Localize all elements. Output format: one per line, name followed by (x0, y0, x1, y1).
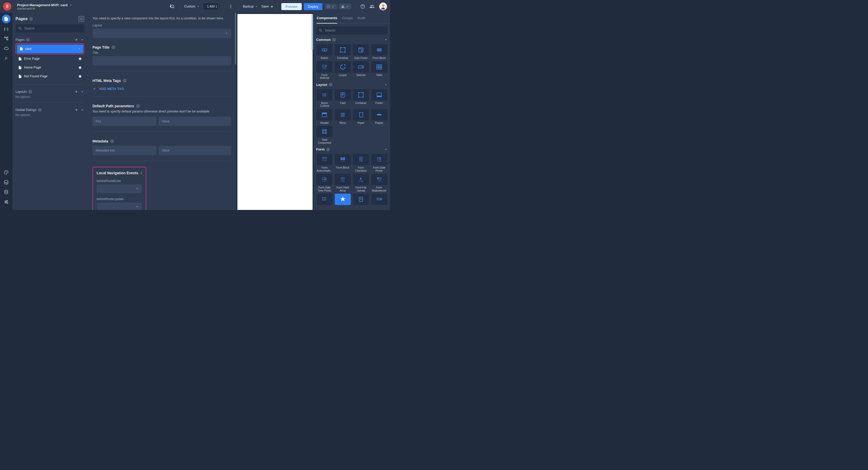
status-badge-1[interactable] (324, 4, 337, 9)
comp-looper[interactable]: Looper (335, 61, 351, 80)
app-logo[interactable]: 8 (3, 2, 11, 10)
pages-search-input[interactable]: Search (16, 24, 84, 33)
comp-async[interactable]: Async Content (316, 89, 333, 108)
page-item-notfound[interactable]: Not Found Page (16, 72, 84, 81)
help-icon[interactable] (359, 3, 366, 10)
help-icon[interactable]: ? (28, 90, 32, 94)
before-enter-select[interactable] (97, 184, 142, 193)
help-icon[interactable]: ? (112, 46, 115, 49)
svg-text:FORM: FORM (322, 160, 327, 161)
layout-select[interactable] (92, 29, 231, 38)
comp-card[interactable]: Card (335, 89, 351, 108)
project-title[interactable]: Project-Management-MVP: card (17, 3, 72, 7)
comp-formcheck[interactable]: FORMForm Checkbox (352, 154, 369, 172)
rail-state[interactable]: {··} (2, 24, 10, 33)
collapse-icon[interactable] (80, 90, 84, 94)
page-item-card[interactable]: card (17, 45, 83, 53)
tab-groups[interactable]: Groups (342, 13, 353, 24)
layout-section[interactable]: Layout? (316, 83, 388, 87)
comp-datepicker[interactable]: Date Picker (352, 44, 369, 60)
save-status-dot (271, 6, 273, 7)
comp-extra-4[interactable] (371, 194, 388, 205)
rail-pages[interactable] (2, 14, 10, 23)
help-icon[interactable]: ? (136, 104, 140, 108)
rail-functions[interactable]: fx (2, 54, 10, 63)
add-meta-button[interactable]: ADD META TAG (92, 87, 231, 91)
help-icon[interactable]: ? (29, 17, 33, 21)
comp-formfile[interactable]: FORMForm File Upload (352, 174, 369, 192)
add-layout-icon[interactable] (74, 90, 78, 94)
people-icon[interactable] (368, 3, 376, 10)
save-button[interactable]: Save (261, 5, 273, 8)
path-key-input[interactable]: Key (92, 117, 157, 126)
layers-toggle[interactable] (79, 16, 84, 22)
visibility-off-icon[interactable] (168, 3, 176, 10)
canvas-scrollbar[interactable] (312, 14, 313, 50)
project-path: /cards/card/:id (17, 7, 72, 10)
add-page-icon[interactable] (74, 38, 78, 41)
help-icon[interactable]: ? (110, 139, 114, 143)
comp-table[interactable]: Table (371, 61, 388, 80)
collapse-icon[interactable] (80, 38, 84, 41)
comp-formdate[interactable]: FORMForm Date Picker (371, 154, 388, 172)
help-icon[interactable]: ? (38, 108, 41, 112)
preview-button[interactable]: Preview (281, 3, 302, 10)
comp-paper[interactable]: Paper (352, 109, 369, 125)
comp-formselector[interactable]: FORMForm Selector (316, 61, 333, 80)
path-value-input[interactable]: Value (159, 117, 231, 126)
status-badge-2[interactable] (339, 4, 351, 9)
form-section[interactable]: Form? (316, 147, 388, 151)
backup-button[interactable]: Backup (243, 5, 258, 8)
metadata-key-input[interactable]: Metadata key (92, 146, 157, 155)
comp-popper[interactable]: Popper (371, 109, 388, 125)
comp-extra-2[interactable] (335, 194, 351, 205)
comp-extra-3[interactable] (352, 194, 369, 205)
collapse-icon[interactable] (80, 108, 84, 112)
comp-formarr[interactable]: FORMForm Field Array (335, 174, 351, 192)
page-item-error[interactable]: Error Page (16, 54, 84, 63)
canvas-preview[interactable] (238, 14, 313, 210)
gear-icon[interactable] (78, 66, 82, 69)
gear-icon[interactable] (78, 75, 82, 78)
comp-extra-1[interactable] (316, 194, 333, 205)
help-icon[interactable]: ? (26, 38, 30, 41)
comp-formauto[interactable]: FORMForm Autocomple... (316, 154, 333, 172)
add-dialog-icon[interactable] (74, 108, 78, 112)
deploy-button[interactable]: Deploy (304, 3, 322, 10)
user-avatar[interactable] (379, 3, 387, 10)
page-item-home[interactable]: Home Page (16, 63, 84, 72)
comp-formdt[interactable]: FORMForm Date Time Picker (316, 174, 333, 192)
components-search-input[interactable]: Search (316, 26, 388, 35)
comp-header[interactable]: Header (316, 109, 333, 125)
comp-container[interactable]: Container (335, 44, 351, 60)
comp-formblock[interactable]: FORMForm Block (371, 44, 388, 60)
canvas-area[interactable] (237, 13, 314, 210)
rail-data[interactable] (2, 188, 10, 197)
rail-assets[interactable] (2, 178, 10, 187)
rail-cloud[interactable] (2, 44, 10, 53)
comp-selector[interactable]: Selector (352, 61, 369, 80)
comp-button[interactable]: Button (316, 44, 333, 60)
viewport-width-input[interactable]: 1,400 ▲▼ (203, 3, 219, 10)
rail-theme[interactable] (2, 168, 10, 177)
rail-settings[interactable] (2, 198, 10, 206)
title-input[interactable] (92, 56, 231, 65)
comp-footer[interactable]: Footer (371, 89, 388, 108)
tab-audit[interactable]: Audit (358, 13, 365, 24)
comp-formblock2[interactable]: FORMForm Block (335, 154, 351, 172)
help-icon[interactable]: ? (141, 171, 142, 175)
gear-icon[interactable] (78, 57, 82, 61)
comp-viewcomp[interactable]: View Component (316, 126, 333, 144)
metadata-value-input[interactable]: Value (159, 146, 231, 155)
comp-formmulti[interactable]: FORMForm Multiselector (371, 174, 388, 192)
svg-point-62 (322, 197, 323, 198)
more-vert-icon[interactable] (227, 3, 234, 10)
rail-tree[interactable] (2, 34, 10, 43)
comp-container2[interactable]: Container (352, 89, 369, 108)
tab-components[interactable]: Components (317, 13, 337, 24)
common-section[interactable]: Common? (316, 38, 388, 41)
viewport-mode-select[interactable]: Custom (184, 5, 199, 8)
before-update-select[interactable] (97, 202, 142, 210)
comp-menu[interactable]: Menu (335, 109, 351, 125)
help-icon[interactable]: ? (123, 79, 127, 83)
